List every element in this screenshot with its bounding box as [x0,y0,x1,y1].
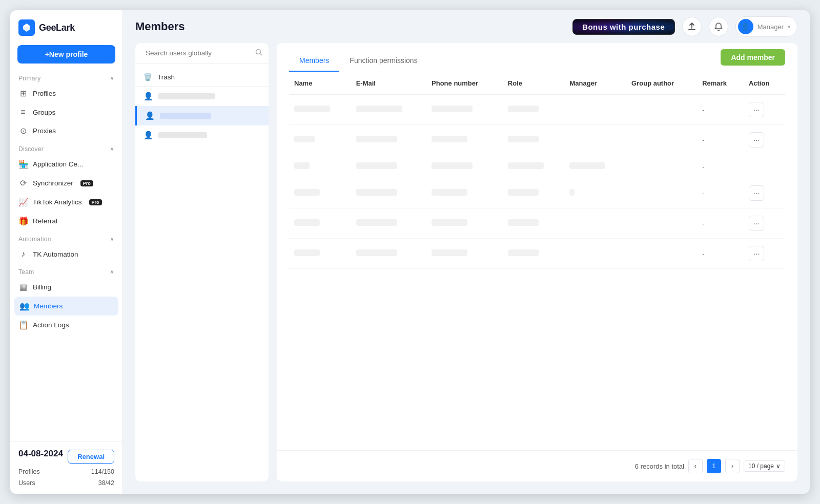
right-panel: Members Function permissions Add member … [277,43,797,481]
tk-automation-icon: ♪ [18,249,28,259]
svg-point-0 [256,50,261,54]
renewal-button[interactable]: Renewal [68,450,114,464]
table-row: -··· [289,239,785,269]
page-title: Members [135,20,185,33]
sidebar-item-synchronizer[interactable]: ⟳ Synchronizer Pro [10,174,122,193]
action-dots-button[interactable]: ··· [749,132,764,148]
action-dots-button[interactable]: ··· [749,185,764,201]
users-label: Users [18,479,35,487]
list-item[interactable]: 👤 [135,87,269,106]
blurred-value [294,189,320,196]
role-cell [503,178,565,208]
table-row: -··· [289,208,785,239]
next-page-button[interactable]: › [725,459,740,473]
page-1-button[interactable]: 1 [707,459,721,473]
main-content: Members Bonus with purchase 👤 [123,10,810,494]
table-row: -··· [289,95,785,125]
prev-page-button[interactable]: ‹ [688,459,703,473]
blurred-value [432,106,473,112]
tab-function-permissions[interactable]: Function permissions [339,50,427,72]
upload-button[interactable] [682,17,702,36]
avatar: 👤 [738,19,753,34]
col-manager: Manager [564,72,626,95]
col-remark: Remark [697,72,744,95]
manager-cell [564,239,626,269]
sidebar-item-proxies[interactable]: ⊙ Proxies [10,121,122,140]
sidebar-section-team-header: Team ∧ [10,265,122,278]
action-dots-button[interactable]: ··· [749,216,764,231]
bell-icon [714,22,723,31]
manager-cell [564,95,626,125]
blurred-value [569,189,575,196]
total-records: 6 records in total [635,463,684,470]
sidebar-section-discover-header: Discover ∧ [10,142,122,155]
logo-text: GeeLark [39,23,75,33]
email-cell [351,155,426,178]
sidebar-item-tk-automation[interactable]: ♪ TK Automation [10,245,122,263]
search-input[interactable] [141,43,255,63]
profiles-value: 114/150 [91,468,114,475]
action-dots-button[interactable]: ··· [749,246,764,261]
action-dots-button[interactable]: ··· [749,102,764,117]
blurred-value [294,106,330,112]
content-area: 🗑️ Trash 👤 👤 👤 [123,43,810,494]
list-item[interactable]: 👤 [135,125,269,145]
blurred-value [294,162,310,169]
sidebar-item-profiles[interactable]: ⊞ Profiles [10,84,122,103]
name-cell [289,125,351,155]
blurred-value [508,249,539,256]
email-cell [351,95,426,125]
list-item[interactable]: 👤 [135,106,269,125]
sidebar-section-primary-header: Primary ∧ [10,72,122,84]
action-cell: ··· [744,95,785,125]
tab-members[interactable]: Members [289,50,339,72]
sidebar-item-tiktok-analytics[interactable]: 📈 TikTok Analytics Pro [10,193,122,212]
sidebar-item-referral[interactable]: 🎁 Referral [10,212,122,230]
sidebar-item-application-center[interactable]: 🏪 Application Ce... [10,155,122,174]
tabs: Members Function permissions [289,50,428,71]
user-name-blurred [160,113,211,119]
bonus-banner[interactable]: Bonus with purchase [572,19,675,35]
action-cell: ··· [744,239,785,269]
topbar-right: Bonus with purchase 👤 Manager ▾ [572,16,797,37]
col-group-author: Group author [626,72,697,95]
phone-cell [426,125,503,155]
sidebar-item-action-logs[interactable]: 📋 Action Logs [10,316,122,334]
sidebar-item-billing[interactable]: ▦ Billing [10,278,122,297]
manager-cell [564,178,626,208]
blurred-value [432,189,467,196]
group-cell [626,178,697,208]
table-container: Name E-Mail Phone number Role Manager Gr… [277,72,797,450]
members-table: Name E-Mail Phone number Role Manager Gr… [289,72,785,269]
group-cell [626,95,697,125]
sidebar-item-members[interactable]: 👥 Members [14,297,118,316]
stats-row: Profiles 114/150 [18,468,114,475]
blurred-value [356,106,402,112]
tiktok-analytics-pro-badge: Pro [89,199,102,205]
trash-icon: 🗑️ [144,73,152,81]
person-icon: 👤 [145,111,155,120]
sidebar-item-groups[interactable]: ≡ Groups [10,103,122,121]
notifications-button[interactable] [709,17,728,36]
remark-cell: - [697,208,744,239]
email-cell [351,178,426,208]
table-header-row: Name E-Mail Phone number Role Manager Gr… [289,72,785,95]
name-cell [289,155,351,178]
add-member-button[interactable]: Add member [721,49,785,66]
remark-cell: - [697,239,744,269]
col-name: Name [289,72,351,95]
new-profile-button[interactable]: +New profile [17,45,115,64]
phone-cell [426,178,503,208]
manager-cell [564,125,626,155]
user-menu[interactable]: 👤 Manager ▾ [735,16,797,37]
blurred-value [508,219,539,226]
trash-item[interactable]: 🗑️ Trash [135,68,269,87]
group-cell [626,208,697,239]
remark-cell: - [697,95,744,125]
blurred-value [294,219,320,226]
right-panel-header: Members Function permissions Add member [277,43,797,72]
email-cell [351,239,426,269]
logo-area: GeeLark [10,10,122,41]
per-page-selector[interactable]: 10 / page ∨ [744,460,785,472]
phone-cell [426,208,503,239]
